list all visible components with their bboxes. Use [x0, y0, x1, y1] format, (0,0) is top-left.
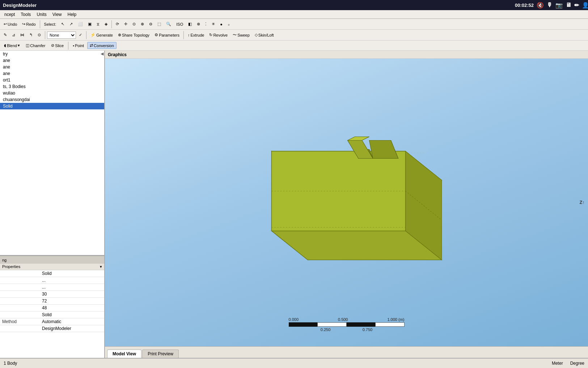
slice-button[interactable]: ⊘ Slice — [48, 42, 66, 49]
prop-key-4 — [0, 298, 40, 305]
point-button[interactable]: • Point — [70, 42, 86, 49]
parameters-button[interactable]: ⚙ Parameters — [152, 32, 182, 38]
blend-button[interactable]: ◖ Blend ▾ — [1, 42, 22, 49]
zoom-box-icon: ⬚ — [157, 22, 161, 26]
menu-bar: ncept Tools Units View Help — [0, 10, 588, 19]
sketch-plane[interactable]: ⊿ — [10, 32, 17, 38]
tree-item-0[interactable]: try — [0, 51, 104, 57]
pan-button[interactable]: ✛ — [122, 21, 130, 28]
mirror-button[interactable]: ⁚ — [203, 21, 209, 28]
svg-marker-10 — [369, 141, 398, 159]
zoom-box[interactable]: ⬚ — [155, 21, 163, 28]
zoom-out[interactable]: ⊖ — [147, 21, 155, 28]
explode-button[interactable]: ✳ — [210, 21, 217, 28]
select-box[interactable]: ⬜ — [76, 21, 85, 28]
blend-dropdown-icon: ▾ — [18, 43, 20, 48]
generate-button[interactable]: ⚡ Generate — [88, 32, 115, 38]
status-bar: 1 Body Meter Degree — [0, 358, 588, 368]
tree-item-7[interactable]: chuansongdai — [0, 96, 104, 103]
select-mode-pointer[interactable]: ↗ — [67, 21, 75, 28]
prop-val-3: 30 — [40, 291, 104, 298]
tree-item-8[interactable]: Solid — [0, 103, 104, 109]
tree-item-5[interactable]: ts, 3 Bodies — [0, 83, 104, 90]
toolbar-row-1: ↩ Undo ↪ Redo Select: ↖ ↗ ⬜ ▣ ⧖ ◈ ⟳ ✛ ⊙ … — [0, 19, 588, 30]
rotate-axis[interactable]: ⊗ — [195, 21, 202, 28]
view-named[interactable]: ◧ — [186, 21, 194, 28]
zoom-fit[interactable]: ⊙ — [130, 21, 138, 28]
pen-icon[interactable]: ✏ — [574, 2, 579, 9]
share-topology-button[interactable]: ⊕ Share Topology — [116, 32, 152, 38]
slice-icon: ⊘ — [51, 43, 54, 48]
tab-print-preview[interactable]: Print Preview — [142, 350, 179, 358]
tree-item-3[interactable]: ane — [0, 70, 104, 77]
mic-icon[interactable]: 🎙 — [547, 2, 553, 8]
conversion-icon: ⇄ — [90, 43, 93, 48]
select-mode-arrow[interactable]: ↖ — [59, 21, 67, 28]
scale-labels-bottom: 0.250 0.750 — [289, 327, 405, 332]
camera-icon[interactable]: 📷 — [555, 2, 563, 9]
monitor-icon[interactable]: 🖥 — [566, 2, 571, 8]
sep-3 — [45, 31, 45, 39]
view-named-icon: ◧ — [188, 22, 192, 26]
mute-icon[interactable]: 🔇 — [537, 2, 544, 9]
tab-model-view[interactable]: Model View — [107, 350, 141, 358]
tree-item-6[interactable]: wuliao — [0, 90, 104, 96]
tree-item-2[interactable]: ane — [0, 64, 104, 70]
select-paint[interactable]: ▣ — [86, 21, 94, 28]
view-iso[interactable]: ISO — [174, 21, 185, 28]
menu-view[interactable]: View — [50, 11, 65, 18]
menu-tools[interactable]: Tools — [18, 11, 34, 18]
body-count: 1 Body — [4, 361, 17, 366]
tree-item-1[interactable]: ane — [0, 57, 104, 64]
graphics-view[interactable]: 0.000 0.500 1.000 (m) 0.250 0.750 — [105, 59, 588, 346]
rotate-icon: ⟳ — [116, 22, 119, 26]
conversion-button[interactable]: ⇄ Conversion — [87, 42, 117, 49]
sketch-rev-icon: ↰ — [29, 33, 33, 37]
none-dropdown[interactable]: None — [47, 32, 76, 39]
prop-val-6: Solid — [40, 311, 104, 318]
rotate-button[interactable]: ⟳ — [114, 21, 121, 28]
sep-2 — [111, 20, 112, 28]
redo-icon: ↪ — [22, 22, 25, 26]
menu-ncept[interactable]: ncept — [1, 11, 18, 18]
sep-1 — [40, 20, 40, 28]
chamfer-button[interactable]: ◫ Chamfer — [23, 42, 48, 49]
extra-icon: ⬦ — [228, 22, 230, 26]
apply-none[interactable]: ✓ — [77, 32, 84, 38]
menu-help[interactable]: Help — [65, 11, 80, 18]
sweep-button[interactable]: 〜 Sweep — [230, 31, 252, 39]
prop-key-5 — [0, 305, 40, 311]
properties-collapse[interactable]: ▾ — [100, 264, 102, 269]
select-brush[interactable]: ◈ — [102, 21, 110, 28]
sep-6 — [68, 42, 68, 50]
prop-row-5: 48 — [0, 305, 104, 311]
prop-val-5: 48 — [40, 305, 104, 311]
revolve-button[interactable]: ↻ Revolve — [207, 32, 230, 38]
svg-marker-9 — [347, 137, 369, 141]
sketch-plane-icon: ⊿ — [12, 33, 15, 37]
sketch-look[interactable]: ⊙ — [35, 32, 43, 38]
profile-icon[interactable]: 👤 — [582, 2, 588, 9]
undo-button[interactable]: ↩ Undo — [1, 21, 19, 28]
sketch-rev[interactable]: ↰ — [27, 32, 35, 38]
scale-seg-3 — [347, 322, 375, 327]
skin-loft-button[interactable]: ◇ Skin/Loft — [253, 32, 276, 38]
sketch-3d[interactable]: ⋈ — [18, 32, 26, 38]
messaging-tab[interactable]: ng — [0, 256, 104, 264]
select-lasso[interactable]: ⧖ — [94, 21, 102, 28]
tree-item-4[interactable]: ort1 — [0, 77, 104, 83]
zoom-region[interactable]: 🔍 — [164, 21, 173, 28]
paint-icon: ▣ — [88, 22, 92, 26]
light-button[interactable]: ● — [218, 21, 225, 28]
prop-val-8: DesignModeler — [40, 325, 104, 332]
extra-tool[interactable]: ⬦ — [225, 21, 232, 28]
extrude-button[interactable]: ↑ Extrude — [186, 32, 206, 38]
menu-units[interactable]: Units — [34, 11, 49, 18]
prop-val-4: 72 — [40, 298, 104, 305]
tree-collapse-button[interactable]: ◀ — [101, 51, 103, 56]
sketch-new[interactable]: ✎ — [1, 32, 9, 38]
zoom-in[interactable]: ⊕ — [139, 21, 146, 28]
redo-button[interactable]: ↪ Redo — [20, 21, 38, 28]
zoom-in-icon: ⊕ — [141, 22, 144, 26]
zoom-fit-icon: ⊙ — [132, 22, 136, 26]
